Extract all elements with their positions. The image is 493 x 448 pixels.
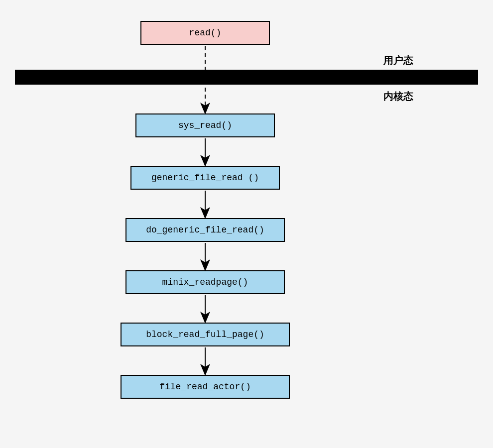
node-block-read-full-page: block_read_full_page() [121, 323, 290, 346]
node-minix-readpage-label: minix_readpage() [162, 277, 248, 287]
kernel-mode-label: 内核态 [383, 90, 413, 103]
node-do-generic-file-read: do_generic_file_read() [125, 218, 285, 242]
node-generic-file-read-label: generic_file_read () [151, 173, 259, 183]
node-block-read-full-page-label: block_read_full_page() [146, 330, 264, 339]
node-generic-file-read: generic_file_read () [130, 166, 280, 190]
node-read: read() [140, 21, 270, 45]
node-file-read-actor-label: file_read_actor() [159, 382, 251, 392]
node-minix-readpage: minix_readpage() [125, 270, 285, 294]
node-read-label: read() [189, 28, 222, 38]
node-do-generic-file-read-label: do_generic_file_read() [146, 225, 264, 235]
node-file-read-actor: file_read_actor() [121, 375, 290, 399]
node-sys-read-label: sys_read() [178, 120, 232, 130]
node-sys-read: sys_read() [135, 113, 275, 137]
user-mode-label: 用户态 [383, 54, 413, 67]
mode-divider-bar [15, 70, 478, 85]
